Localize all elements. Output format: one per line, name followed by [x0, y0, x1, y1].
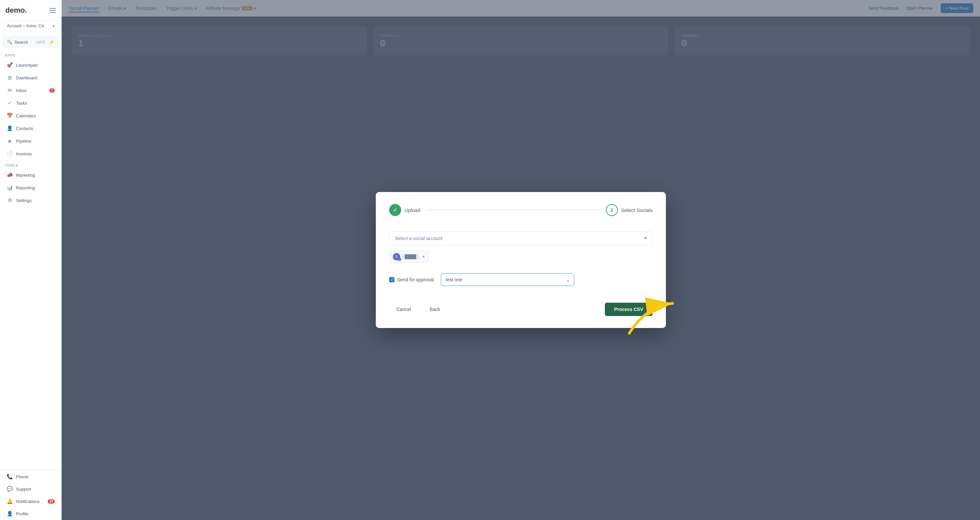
sidebar-item-label: Reporting [16, 185, 35, 190]
step-2: 2 Select Socials [606, 204, 652, 216]
send-for-approval-label: Send for approval [397, 277, 434, 282]
sidebar-item-settings[interactable]: ⚙ Settings [2, 194, 59, 206]
tools-section-label: Tools [0, 160, 61, 169]
apps-section-label: Apps [0, 50, 61, 59]
search-icon: 🔍 [7, 40, 12, 45]
search-label: Search [14, 40, 33, 45]
sidebar-item-label: Profile [16, 511, 29, 516]
process-csv-button[interactable]: Process CSV [605, 303, 652, 316]
sidebar-item-invoices[interactable]: 📄 Invoices [2, 148, 59, 160]
remove-social-tag-button[interactable]: × [422, 254, 425, 259]
settings-icon: ⚙ [7, 197, 13, 204]
modal-overlay: ✓ Upload 2 Select Socials Select a socia… [62, 0, 980, 520]
step-1: ✓ Upload [389, 204, 420, 216]
sidebar-item-profile[interactable]: 👤 Profile [2, 508, 59, 520]
account-selector[interactable]: Account -- Irvine, CA ▾ [3, 21, 58, 31]
phone-icon: 📞 [7, 474, 13, 480]
sidebar-item-reporting[interactable]: 📊 Reporting [2, 182, 59, 194]
sidebar-item-calendars[interactable]: 📅 Calendars [2, 110, 59, 122]
fb-badge: f [398, 258, 401, 261]
pipeline-icon: ◈ [7, 138, 13, 144]
sidebar-item-tasks[interactable]: ✓ Tasks [2, 97, 59, 109]
approval-select[interactable]: test one [441, 274, 574, 286]
step-2-label: Select Socials [621, 207, 652, 213]
social-account-dropdown[interactable]: Select a social account [389, 231, 652, 245]
modal-footer: Cancel Back Process CSV [389, 303, 652, 316]
step-2-circle: 2 [606, 204, 618, 216]
back-button[interactable]: Back [423, 303, 447, 315]
upload-modal: ✓ Upload 2 Select Socials Select a socia… [376, 192, 666, 328]
step-1-circle: ✓ [389, 204, 401, 216]
sidebar-item-label: Invoices [16, 151, 32, 156]
account-label: Account -- Irvine, CA [7, 24, 44, 28]
marketing-icon: 📣 [7, 172, 13, 178]
launchpad-icon: 🚀 [7, 62, 13, 68]
sidebar-item-label: Calendars [16, 113, 36, 118]
inbox-icon: ✉ [7, 87, 13, 93]
sidebar-item-notifications[interactable]: 🔔 Notifications 29 [2, 495, 59, 507]
sidebar-item-dashboard[interactable]: ⊞ Dashboard [2, 72, 59, 84]
inbox-badge: 1 [49, 88, 55, 93]
step-1-label: Upload [404, 207, 420, 213]
sidebar-item-label: Tasks [16, 101, 27, 106]
contacts-icon: 👤 [7, 125, 13, 131]
approval-select-wrapper: test one [441, 274, 574, 286]
main-area: Social Planner Emails ▾ Templates Trigge… [62, 0, 980, 520]
sidebar-item-label: Launchpad [16, 63, 37, 68]
search-shortcut: ctrl K [35, 40, 47, 45]
send-for-approval-checkbox-label[interactable]: ✓ Send for approval [389, 277, 434, 282]
sidebar-item-launchpad[interactable]: 🚀 Launchpad [2, 59, 59, 71]
sidebar-item-contacts[interactable]: 👤 Contacts [2, 122, 59, 134]
modal-body: Select a social account S f ████ × ✓ Sen… [389, 228, 652, 289]
tasks-icon: ✓ [7, 100, 13, 106]
social-tag-name: ████ [402, 254, 419, 259]
chevron-down-icon: ▾ [52, 24, 54, 28]
sidebar-item-label: Contacts [16, 126, 33, 131]
sidebar-item-label: Inbox [16, 88, 27, 93]
dashboard-icon: ⊞ [7, 75, 13, 81]
avatar: S f [393, 253, 400, 260]
sidebar-item-label: Pipeline [16, 139, 31, 144]
support-icon: 💬 [7, 486, 13, 492]
cancel-button[interactable]: Cancel [389, 303, 418, 315]
social-tag: S f ████ × [389, 251, 428, 263]
invoices-icon: 📄 [7, 151, 13, 157]
bolt-icon: ⚡ [49, 39, 54, 45]
sidebar-item-marketing[interactable]: 📣 Marketing [2, 169, 59, 181]
sidebar: demo. Account -- Irvine, CA ▾ 🔍 Search c… [0, 0, 62, 520]
hamburger-icon[interactable] [49, 8, 56, 13]
approval-row: ✓ Send for approval test one [389, 274, 652, 286]
sidebar-item-label: Notifications [16, 499, 40, 504]
sidebar-bottom: 📞 Phone 💬 Support 🔔 Notifications 29 👤 P… [0, 470, 61, 520]
sidebar-item-label: Settings [16, 198, 32, 203]
sidebar-item-label: Support [16, 487, 31, 492]
sidebar-item-label: Dashboard [16, 75, 37, 80]
sidebar-item-label: Marketing [16, 173, 35, 178]
search-bar[interactable]: 🔍 Search ctrl K ⚡ [3, 37, 58, 47]
send-for-approval-checkbox[interactable]: ✓ [389, 277, 395, 282]
sidebar-item-label: Phone [16, 474, 29, 479]
sidebar-item-support[interactable]: 💬 Support [2, 483, 59, 495]
notifications-badge: 29 [48, 499, 55, 504]
sidebar-item-pipeline[interactable]: ◈ Pipeline [2, 135, 59, 147]
sidebar-item-inbox[interactable]: ✉ Inbox 1 [2, 84, 59, 96]
logo-text: demo. [5, 6, 27, 15]
profile-icon: 👤 [7, 510, 13, 517]
reporting-icon: 📊 [7, 184, 13, 191]
step-connector [426, 210, 601, 210]
stepper: ✓ Upload 2 Select Socials [389, 204, 652, 216]
calendars-icon: 📅 [7, 113, 13, 119]
sidebar-item-phone[interactable]: 📞 Phone [2, 471, 59, 483]
notifications-icon: 🔔 [7, 498, 13, 504]
sidebar-logo: demo. [0, 0, 61, 18]
